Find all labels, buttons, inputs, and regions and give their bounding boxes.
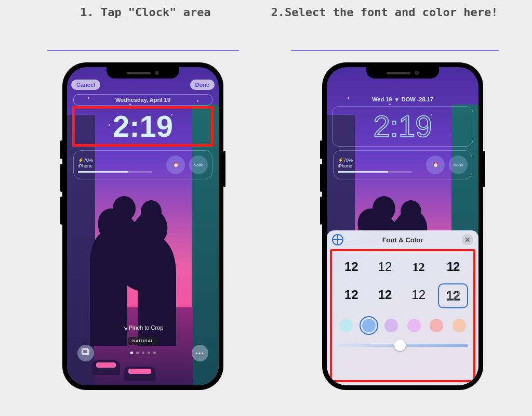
color-swatch-row <box>337 319 468 332</box>
step-1-caption: 1. Tap "Clock" area <box>31 5 260 20</box>
screen-left: Cancel Done Wednesday, April 19 2:19 ⚡70… <box>67 67 219 385</box>
alarm-icon: ⏰ <box>433 162 438 167</box>
screen-right: Wed 19 ▾ DOW -28.17 2:19 ⚡70% iPhone ⏰ N… <box>327 67 478 385</box>
photos-icon <box>82 348 90 358</box>
font-option-4[interactable]: 12 <box>439 255 467 278</box>
cancel-button[interactable]: Cancel <box>71 80 100 90</box>
widget-row[interactable]: ⚡70% iPhone ⏰ None <box>73 150 212 179</box>
color-swatch-3[interactable] <box>384 319 398 332</box>
font-option-8-selected[interactable]: 12 <box>438 283 468 308</box>
wallpaper-couple <box>90 159 189 346</box>
globe-icon[interactable] <box>332 234 343 245</box>
date-stock-row[interactable]: Wed 19 ▾ DOW -28.17 <box>333 94 472 105</box>
font-option-2[interactable]: 12 <box>371 255 399 278</box>
widget-row[interactable]: ⚡70% iPhone ⏰ None <box>333 150 472 179</box>
battery-device: iPhone <box>338 163 352 168</box>
power-button[interactable] <box>223 151 225 187</box>
clock-time: 2:19 <box>113 111 173 141</box>
more-icon: ••• <box>196 350 205 356</box>
empty-widget[interactable]: None <box>189 155 208 174</box>
notch <box>107 67 179 79</box>
pinch-to-crop-hint: ↘ Pinch to Crop <box>67 324 219 331</box>
font-option-6[interactable]: 12 <box>371 283 399 306</box>
empty-widget[interactable]: None <box>449 155 468 174</box>
sheet-title: Font & Color <box>382 236 423 244</box>
stock-name: DOW <box>402 96 416 102</box>
battery-pct: 70% <box>84 158 93 163</box>
battery-bar <box>338 171 412 173</box>
sheet-body-highlight: 12 12 12 12 12 12 12 12 <box>330 249 475 382</box>
power-button[interactable] <box>483 151 485 187</box>
volume-up[interactable] <box>320 164 322 192</box>
notch <box>366 67 439 79</box>
date-short: Wed 19 <box>372 96 392 102</box>
clock-area-highlight[interactable]: 2:19 <box>72 106 214 147</box>
photos-button[interactable] <box>77 345 94 361</box>
battery-widget[interactable]: ⚡70% iPhone <box>338 158 422 173</box>
stock-change: -28.17 <box>417 96 433 102</box>
phone-right: Wed 19 ▾ DOW -28.17 2:19 ⚡70% iPhone ⏰ N… <box>322 62 483 390</box>
step-2-caption: 2.Select the font and color here! <box>270 5 499 20</box>
empty-widget-label: None <box>453 163 463 167</box>
svg-point-0 <box>113 196 136 221</box>
clock-area[interactable]: 2:19 <box>332 106 473 147</box>
svg-point-4 <box>373 196 395 221</box>
font-color-sheet: Font & Color ✕ 12 12 12 12 12 12 12 12 <box>327 230 478 385</box>
font-option-5[interactable]: 12 <box>337 283 365 306</box>
volume-up[interactable] <box>60 164 62 192</box>
step-1-underline <box>47 50 239 51</box>
battery-icon: ⚡ <box>338 158 343 163</box>
tint-slider[interactable] <box>337 344 468 347</box>
mode-chip[interactable]: NATURAL <box>128 337 158 345</box>
color-swatch-4[interactable] <box>407 319 421 332</box>
font-option-3[interactable]: 12 <box>405 255 433 278</box>
empty-widget-label: None <box>193 163 203 167</box>
mute-switch[interactable] <box>320 140 322 159</box>
font-option-1[interactable]: 12 <box>337 255 365 278</box>
close-icon[interactable]: ✕ <box>462 234 473 245</box>
sheet-header: Font & Color ✕ <box>327 230 478 249</box>
done-button[interactable]: Done <box>190 80 215 90</box>
date-widget-slot[interactable]: Wednesday, April 19 <box>73 94 212 106</box>
more-button[interactable]: ••• <box>192 345 208 361</box>
font-options-grid: 12 12 12 12 12 12 12 12 <box>337 255 468 308</box>
battery-device: iPhone <box>78 163 92 168</box>
alarm-widget[interactable]: ⏰ <box>426 155 445 174</box>
slider-knob[interactable] <box>394 340 406 351</box>
battery-bar <box>78 171 152 173</box>
battery-icon: ⚡ <box>78 158 84 163</box>
font-option-7[interactable]: 12 <box>405 283 433 306</box>
mute-switch[interactable] <box>60 140 62 159</box>
editor-topbar: Cancel Done <box>71 80 215 90</box>
alarm-icon: ⏰ <box>173 162 179 167</box>
battery-pct: 70% <box>343 158 353 163</box>
volume-down[interactable] <box>60 197 62 225</box>
alarm-widget[interactable]: ⏰ <box>166 155 185 174</box>
clock-time: 2:19 <box>374 111 432 141</box>
color-swatch-2-selected[interactable] <box>362 319 376 332</box>
color-swatch-5[interactable] <box>430 319 443 332</box>
volume-down[interactable] <box>320 197 322 225</box>
step-2-underline <box>291 50 499 51</box>
color-swatch-6[interactable] <box>453 319 466 332</box>
battery-widget[interactable]: ⚡70% iPhone <box>78 158 162 173</box>
phone-left: Cancel Done Wednesday, April 19 2:19 ⚡70… <box>62 62 223 390</box>
color-swatch-1[interactable] <box>339 319 353 332</box>
